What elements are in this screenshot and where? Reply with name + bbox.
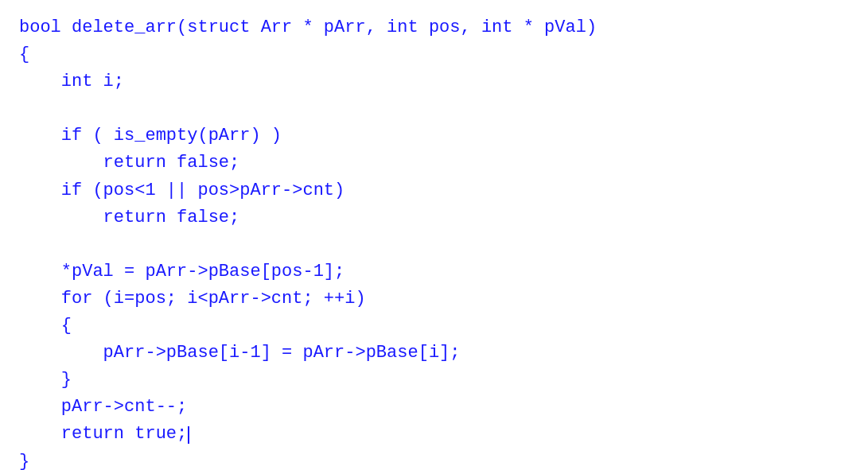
text-cursor	[188, 426, 189, 444]
code-block: bool delete_arr(struct Arr * pArr, int p…	[19, 14, 849, 470]
line-1: bool delete_arr(struct Arr * pArr, int p…	[19, 17, 597, 470]
code-container: bool delete_arr(struct Arr * pArr, int p…	[0, 0, 868, 470]
